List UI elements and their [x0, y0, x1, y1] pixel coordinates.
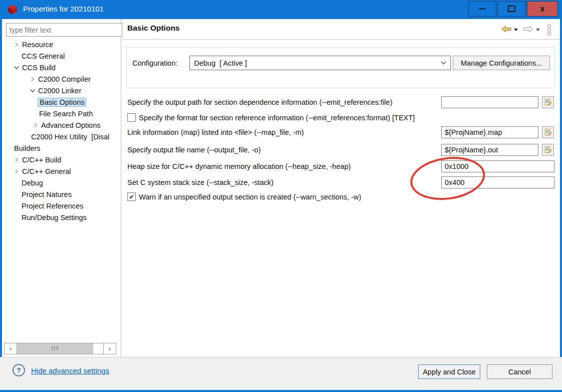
tree-item-label[interactable]: C2000 Hex Utility [Disal: [31, 133, 109, 141]
back-dropdown-icon[interactable]: [514, 29, 518, 31]
chevron-down-icon: [441, 61, 446, 65]
emit-path-label: Specify the output path for section depe…: [127, 98, 393, 106]
sidebar-item-ccs-general[interactable]: CCS General: [2, 50, 121, 62]
page-title: Basic Options: [127, 24, 179, 33]
app-icon: [7, 4, 18, 17]
output-file-label: Specify output file name (--output_file,…: [127, 146, 261, 154]
emit-format-checkbox[interactable]: [127, 113, 136, 122]
scroll-right-button[interactable]: ›: [103, 343, 116, 354]
header-divider: [122, 39, 560, 40]
scroll-left-icon: ‹: [10, 345, 12, 352]
configuration-label: Configuration:: [132, 59, 177, 67]
chevron-right-icon[interactable]: [32, 123, 39, 128]
tree-item-label[interactable]: C/C++ General: [22, 167, 71, 175]
tree-item-label[interactable]: Advanced Options: [41, 121, 101, 129]
heap-size-field[interactable]: [441, 160, 554, 172]
hide-advanced-settings-link[interactable]: Hide advanced settings: [31, 366, 109, 375]
tree-item-label[interactable]: Debug: [22, 179, 43, 187]
tree-item-label[interactable]: Project Natures: [22, 190, 72, 199]
emit-path-field[interactable]: [441, 96, 538, 108]
view-menu-icon[interactable]: [547, 24, 551, 36]
tree-item-label[interactable]: File Search Path: [39, 110, 93, 118]
emit-path-browse-button[interactable]: [542, 96, 554, 108]
sidebar-item-cpp-general[interactable]: C/C++ General: [2, 165, 121, 177]
configuration-select[interactable]: Debug [ Active ]: [190, 56, 451, 70]
tree-item-label[interactable]: C2000 Linker: [38, 87, 81, 95]
output-file-browse-button[interactable]: [542, 144, 554, 156]
emit-format-row: Specify the format for section reference…: [127, 113, 415, 122]
chevron-right-icon[interactable]: [29, 77, 36, 82]
forward-icon[interactable]: [523, 26, 533, 35]
settings-sidebar: Resource CCS General CCS Build C2000 Com…: [2, 19, 121, 357]
sidebar-item-project-references[interactable]: Project References: [2, 200, 121, 212]
tree-item-label[interactable]: Run/Debug Settings: [22, 214, 87, 222]
sidebar-item-run-debug-settings[interactable]: Run/Debug Settings: [2, 212, 121, 223]
output-file-field[interactable]: [441, 144, 538, 156]
chevron-down-icon[interactable]: [13, 66, 20, 70]
sidebar-item-builders[interactable]: Builders: [2, 142, 121, 154]
heap-size-label: Heap size for C/C++ dynamic memory alloc…: [127, 162, 351, 170]
edit-document-icon: [544, 98, 552, 106]
scrollbar-grip-icon: III: [52, 346, 59, 351]
warn-sections-checkbox[interactable]: ✔: [127, 192, 136, 201]
sidebar-item-file-search-path[interactable]: File Search Path: [2, 108, 121, 119]
apply-and-close-button[interactable]: Apply and Close: [418, 364, 480, 379]
minimize-button[interactable]: [468, 1, 496, 17]
stack-size-field[interactable]: [441, 176, 554, 188]
chevron-right-icon[interactable]: [13, 42, 20, 47]
tree-item-label[interactable]: C/C++ Build: [22, 156, 61, 164]
selected-tree-item[interactable]: Basic Options: [38, 98, 86, 107]
back-icon[interactable]: [501, 26, 511, 35]
warn-sections-row: ✔ Warn if an unspecified output section …: [127, 192, 361, 201]
horizontal-scrollbar[interactable]: ‹ III ›: [4, 343, 116, 354]
chevron-right-icon[interactable]: [13, 169, 20, 174]
map-file-field[interactable]: [441, 126, 538, 138]
manage-configurations-button[interactable]: Manage Configurations...: [453, 56, 550, 70]
map-file-label: Link information (map) listed into <file…: [127, 128, 304, 136]
sidebar-item-basic-options[interactable]: Basic Options: [2, 96, 121, 108]
properties-dialog: Properties for 20210101 x Resource CCS G…: [0, 0, 562, 392]
edit-document-icon: [544, 146, 552, 154]
maximize-icon: [508, 6, 515, 12]
sidebar-item-c2000-linker[interactable]: C2000 Linker: [2, 85, 121, 96]
close-button[interactable]: x: [527, 1, 558, 17]
chevron-down-icon[interactable]: [29, 89, 36, 93]
sidebar-item-debug[interactable]: Debug: [2, 177, 121, 188]
tree-item-label[interactable]: C2000 Compiler: [38, 75, 91, 83]
window-border-bottom: [0, 390, 562, 392]
sidebar-item-c2000-hex-utility[interactable]: C2000 Hex Utility [Disal: [2, 131, 121, 142]
chevron-right-icon[interactable]: [13, 157, 20, 162]
window-title: Properties for 20210101: [23, 5, 104, 13]
maximize-button[interactable]: [497, 1, 526, 17]
sidebar-item-project-natures[interactable]: Project Natures: [2, 188, 121, 200]
sidebar-item-cpp-build[interactable]: C/C++ Build: [2, 154, 121, 165]
stack-size-label: Set C system stack size (--stack_size, -…: [127, 178, 274, 186]
sidebar-item-advanced-options[interactable]: Advanced Options: [2, 119, 121, 131]
sidebar-item-resource[interactable]: Resource: [2, 39, 121, 50]
tree-item-label[interactable]: CCS Build: [22, 64, 56, 72]
tree-item-label[interactable]: Resource: [22, 41, 53, 49]
sidebar-item-c2000-compiler[interactable]: C2000 Compiler: [2, 73, 121, 85]
scroll-left-button[interactable]: ‹: [5, 343, 17, 354]
help-icon[interactable]: ?: [13, 364, 25, 376]
tree-item-label[interactable]: Project References: [22, 202, 83, 210]
scrollbar-thumb[interactable]: III: [17, 343, 93, 354]
edit-document-icon: [544, 128, 552, 136]
close-icon: x: [540, 5, 545, 14]
tree-item-label[interactable]: CCS General: [22, 52, 65, 60]
sidebar-item-ccs-build[interactable]: CCS Build: [2, 62, 121, 73]
tree-item-label[interactable]: Builders: [14, 144, 40, 152]
filter-input[interactable]: [6, 23, 122, 37]
warn-sections-label: Warn if an unspecified output section is…: [139, 193, 361, 201]
emit-format-label: Specify the format for section reference…: [139, 114, 415, 122]
history-navbar: [501, 24, 551, 36]
minimize-icon: [479, 8, 486, 10]
cancel-button[interactable]: Cancel: [487, 364, 552, 379]
forward-dropdown-icon[interactable]: [536, 29, 540, 31]
scrollbar-track[interactable]: [93, 343, 103, 354]
scroll-right-icon: ›: [109, 345, 111, 352]
window-border-right: [560, 19, 562, 392]
settings-tree: Resource CCS General CCS Build C2000 Com…: [2, 39, 121, 223]
map-file-browse-button[interactable]: [542, 126, 554, 138]
configuration-value: Debug [ Active ]: [194, 59, 441, 67]
